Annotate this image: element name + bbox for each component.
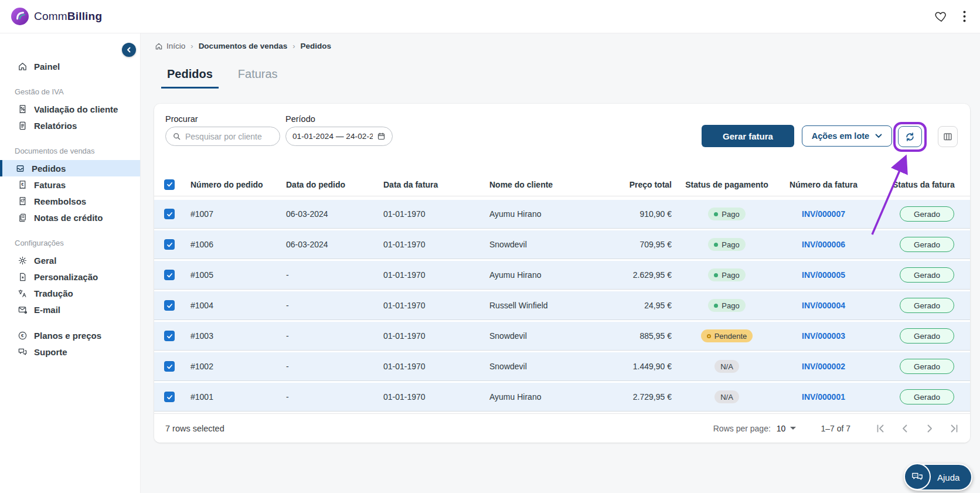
table-row[interactable]: #1006 06-03-2024 01-01-1970 Snowdevil 70… [154,230,970,259]
status-dot-icon [714,273,718,277]
invoice-number-link[interactable]: INV/000002 [802,362,845,371]
row-checkbox[interactable] [164,270,175,280]
tab-faturas[interactable]: Faturas [232,67,284,89]
customer-name: Snowdevil [489,230,589,259]
search-input-box [165,127,280,146]
table-row[interactable]: #1001 - 01-01-1970 Ayumu Hirano 2.729,95… [154,383,970,412]
order-date: 06-03-2024 [286,230,374,259]
total-price: 709,95 € [578,230,672,259]
sidebar-item-relatorios[interactable]: Relatórios [0,117,140,134]
sidebar: Painel Gestão de IVA Validação do client… [0,33,141,493]
invoice-date: 01-01-1970 [383,200,480,228]
selection-count: 7 rows selected [165,424,224,433]
batch-actions-button[interactable]: Ações em lote [802,125,892,147]
customer-name: Russell Winfield [489,291,589,319]
breadcrumb-sales-documents[interactable]: Documentos de vendas [199,42,288,50]
tab-pedidos[interactable]: Pedidos [161,67,219,89]
table-row[interactable]: #1002 - 01-01-1970 Snowdevil 1.449,90 € … [154,352,970,381]
invoice-number-link[interactable]: INV/000003 [802,331,845,341]
mail-icon [17,305,28,315]
row-checkbox[interactable] [164,331,175,341]
table-footer: 7 rows selected Rows per page: 10 1–7 of… [154,413,970,443]
calendar-icon [377,132,386,141]
invoice-date: 01-01-1970 [383,352,480,380]
last-page-button[interactable] [947,421,962,436]
table-row[interactable]: #1005 - 01-01-1970 Ayumu Hirano 2.629,95… [154,261,970,290]
refresh-icon [904,131,916,142]
table-header: Número do pedido Data do pedido Data da … [154,173,970,196]
row-checkbox[interactable] [164,209,175,219]
header-customer-name: Nome do cliente [489,173,589,196]
period-label: Período [285,114,315,124]
topbar: CommBilling [0,0,980,33]
period-input[interactable] [292,132,373,141]
refresh-button[interactable] [898,126,922,147]
table-row[interactable]: #1007 06-03-2024 01-01-1970 Ayumu Hirano… [154,200,970,229]
table-row[interactable]: #1003 - 01-01-1970 Snowdevil 885,95 € Pe… [154,322,970,351]
row-checkbox[interactable] [164,239,175,250]
sidebar-collapse-button[interactable] [122,43,136,57]
breadcrumb: Início › Documentos de vendas › Pedidos [155,42,331,50]
total-price: 885,95 € [578,322,672,350]
row-checkbox[interactable] [164,361,175,372]
chevron-down-icon [875,134,882,138]
vat-validation-icon [17,104,28,114]
period-input-box [285,127,393,146]
payment-status-badge: N/A [714,390,739,403]
favorites-button[interactable] [935,11,948,22]
pagination [873,421,962,436]
invoice-number-link[interactable]: INV/000005 [802,270,845,280]
row-checkbox[interactable] [164,392,175,402]
search-label: Procurar [165,114,198,124]
previous-page-button[interactable] [897,421,913,436]
table-body: #1007 06-03-2024 01-01-1970 Ayumu Hirano… [154,200,970,413]
invoice-number-link[interactable]: INV/000004 [802,301,845,310]
first-page-button[interactable] [873,421,888,436]
search-input[interactable] [185,132,273,141]
sidebar-item-traducao[interactable]: Tradução [0,285,140,301]
order-date: - [286,322,374,350]
gear-icon [17,256,28,266]
row-checkbox[interactable] [164,300,175,311]
generate-invoice-button[interactable]: Gerar fatura [702,125,794,147]
orders-card: Procurar Período Gerar fatura Ações em l… [154,104,970,443]
more-menu-button[interactable] [963,11,966,22]
total-price: 910,90 € [578,200,672,228]
sidebar-item-geral[interactable]: Geral [0,252,140,268]
sidebar-item-notas-de-credito[interactable]: Notas de crédito [0,209,140,226]
columns-view-button[interactable] [938,126,958,147]
status-dot-icon [707,334,711,338]
breadcrumb-separator: › [190,42,193,50]
next-page-button[interactable] [922,421,937,436]
invoice-number-link[interactable]: INV/000006 [802,240,845,249]
select-all-checkbox[interactable] [164,179,175,190]
invoice-number-link[interactable]: INV/000001 [802,392,845,402]
brand-logo-icon [11,7,29,26]
sidebar-item-personalizacao[interactable]: Personalização [0,268,140,285]
order-date: - [286,383,374,411]
breadcrumb-home[interactable]: Início [155,42,185,50]
status-dot-icon [714,243,718,247]
chevron-left-icon [899,423,911,434]
rows-per-page-select[interactable]: 10 [777,424,797,433]
section-title-vat: Gestão de IVA [15,87,140,96]
sidebar-item-validacao-do-cliente[interactable]: Validação do cliente [0,101,140,117]
sidebar-item-reembolsos[interactable]: Reembolsos [0,193,140,209]
euro-circle-icon: € [17,331,28,341]
brand-logo[interactable]: CommBilling [11,7,102,26]
last-page-icon [948,423,960,434]
table-row[interactable]: #1004 - 01-01-1970 Russell Winfield 24,9… [154,291,970,320]
invoice-status-badge: Gerado [900,359,954,374]
sidebar-item-email[interactable]: E-mail [0,301,140,318]
sidebar-item-pedidos[interactable]: Pedidos [0,160,140,176]
invoice-status-badge: Gerado [900,298,954,313]
help-button[interactable]: Ajuda [904,464,972,491]
sidebar-item-painel[interactable]: Painel [0,58,140,74]
sidebar-item-suporte[interactable]: Suporte [0,344,140,360]
invoice-number-link[interactable]: INV/000007 [802,209,845,219]
help-chat-icon [904,463,931,490]
payment-status-badge: N/A [714,360,739,373]
sidebar-item-faturas[interactable]: € Faturas [0,176,140,193]
invoice-status-badge: Gerado [900,237,954,252]
sidebar-item-planos-e-precos[interactable]: € Planos e preços [0,327,140,344]
